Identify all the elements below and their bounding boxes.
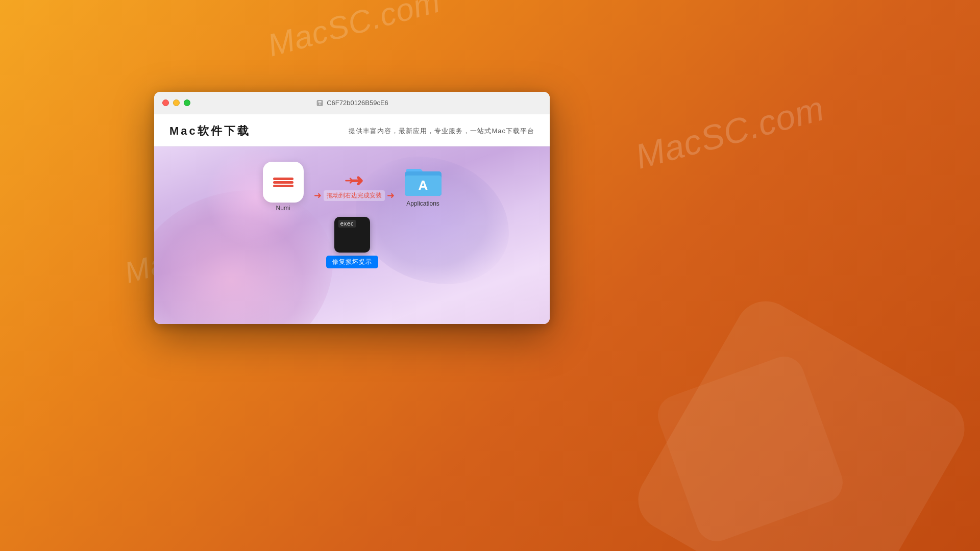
watermark-top: MacSC.com bbox=[264, 0, 444, 64]
svg-rect-1 bbox=[318, 101, 321, 103]
window-header: Mac软件下载 提供丰富内容，最新应用，专业服务，一站式Mac下载平台 bbox=[154, 114, 550, 146]
svg-rect-0 bbox=[316, 100, 323, 106]
applications-label: Applications bbox=[406, 200, 439, 207]
applications-folder-container[interactable]: A Applications bbox=[405, 166, 442, 207]
fix-badge[interactable]: 修复损坏提示 bbox=[326, 256, 378, 268]
numi-app-icon bbox=[263, 162, 304, 203]
mac-window: C6F72b0126B59cE6 Mac软件下载 提供丰富内容，最新应用，专业服… bbox=[154, 92, 550, 324]
site-title: Mac软件下载 bbox=[169, 123, 251, 139]
site-subtitle: 提供丰富内容，最新应用，专业服务，一站式Mac下载平台 bbox=[349, 127, 534, 136]
maximize-button[interactable] bbox=[184, 99, 190, 106]
install-area: Numi ➜ ➜ ➜ 拖动到右边完成安装 ➜ bbox=[154, 146, 550, 268]
window-title: C6F72b0126B59cE6 bbox=[327, 99, 388, 107]
close-button[interactable] bbox=[162, 99, 169, 106]
small-arrow-2: ➜ bbox=[314, 190, 322, 201]
window-content: Numi ➜ ➜ ➜ 拖动到右边完成安装 ➜ bbox=[154, 146, 550, 324]
minimize-button[interactable] bbox=[173, 99, 180, 106]
exec-icon: exec bbox=[334, 217, 370, 253]
arrow-row-1: ➜ ➜ bbox=[345, 172, 363, 189]
applications-folder-icon: A bbox=[405, 166, 442, 198]
disk-icon bbox=[315, 99, 324, 107]
app-install-row: Numi ➜ ➜ ➜ 拖动到右边完成安装 ➜ bbox=[263, 162, 442, 212]
bg-decoration-1 bbox=[627, 290, 975, 551]
small-arrow-3: ➜ bbox=[387, 190, 395, 201]
exec-label: exec bbox=[338, 220, 356, 228]
numi-icon-container: Numi bbox=[263, 162, 304, 212]
drag-arrow-area: ➜ ➜ ➜ 拖动到右边完成安装 ➜ bbox=[314, 172, 395, 201]
numi-line-3 bbox=[273, 185, 293, 187]
exec-area: exec 修复损坏提示 bbox=[326, 217, 378, 268]
numi-label: Numi bbox=[276, 205, 290, 212]
drag-instruction-label: 拖动到右边完成安装 bbox=[324, 190, 385, 201]
watermark-right: MacSC.com bbox=[631, 88, 828, 177]
numi-line-1 bbox=[273, 178, 293, 180]
bg-decoration-2 bbox=[652, 351, 849, 547]
title-bar: C6F72b0126B59cE6 bbox=[154, 92, 550, 114]
svg-point-2 bbox=[319, 103, 321, 105]
drag-label-row: ➜ 拖动到右边完成安装 ➜ bbox=[314, 190, 395, 201]
main-arrow-icon: ➜ bbox=[350, 172, 363, 189]
title-bar-center: C6F72b0126B59cE6 bbox=[315, 99, 388, 107]
numi-line-2 bbox=[273, 181, 293, 184]
traffic-lights bbox=[162, 99, 190, 106]
svg-text:A: A bbox=[418, 178, 428, 193]
